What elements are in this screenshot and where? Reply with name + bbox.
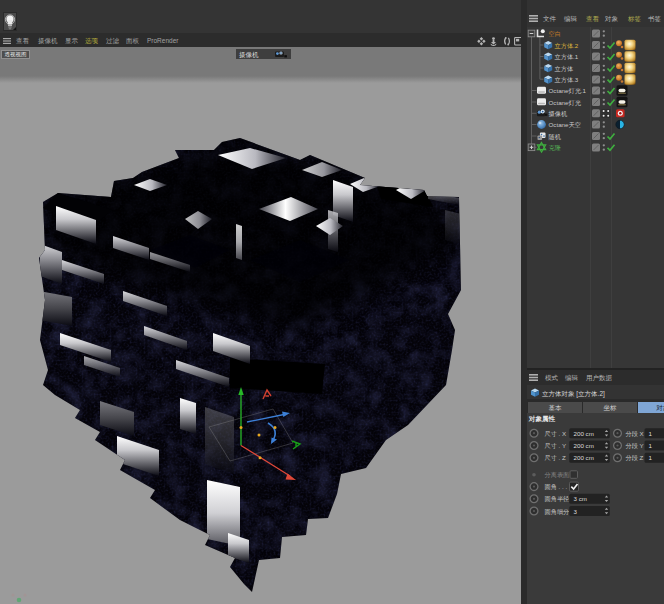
svg-text:200 cm: 200 cm xyxy=(574,454,594,461)
svg-text:Octane灯光: Octane灯光 xyxy=(549,99,582,107)
svg-text:尺寸 . Y: 尺寸 . Y xyxy=(545,442,567,449)
svg-text:尺寸 . X: 尺寸 . X xyxy=(545,430,567,437)
svg-text:圆角半径: 圆角半径 xyxy=(545,495,570,503)
svg-text:圆角 . . .: 圆角 . . . xyxy=(545,483,568,491)
svg-text:随机: 随机 xyxy=(549,133,562,141)
svg-text:立方体.1: 立方体.1 xyxy=(555,53,579,61)
svg-text:分段 Z: 分段 Z xyxy=(626,454,644,461)
svg-text:立方体.2: 立方体.2 xyxy=(555,42,579,50)
svg-text:克隆: 克隆 xyxy=(549,144,561,152)
svg-text:圆角细分: 圆角细分 xyxy=(545,508,570,516)
svg-text:Octane天空: Octane天空 xyxy=(549,121,581,128)
svg-text:Octane灯光.1: Octane灯光.1 xyxy=(549,87,587,95)
svg-text:200 cm: 200 cm xyxy=(574,442,594,449)
svg-text:尺寸 . Z: 尺寸 . Z xyxy=(545,454,567,461)
svg-text:分段 Y: 分段 Y xyxy=(626,442,644,449)
svg-text:摄像机: 摄像机 xyxy=(549,110,568,118)
svg-text:空白: 空白 xyxy=(549,30,561,38)
svg-text:1: 1 xyxy=(649,430,653,437)
svg-text:分段 X: 分段 X xyxy=(626,430,644,437)
svg-text:立方体.3: 立方体.3 xyxy=(555,76,579,84)
svg-text:1: 1 xyxy=(649,454,653,461)
svg-text:1: 1 xyxy=(649,442,653,449)
svg-text:200 cm: 200 cm xyxy=(574,430,594,437)
svg-text:分离表面: 分离表面 xyxy=(545,471,570,479)
svg-text:3 cm: 3 cm xyxy=(574,495,587,502)
svg-text:立方体: 立方体 xyxy=(555,65,574,73)
svg-text:3: 3 xyxy=(574,508,578,515)
